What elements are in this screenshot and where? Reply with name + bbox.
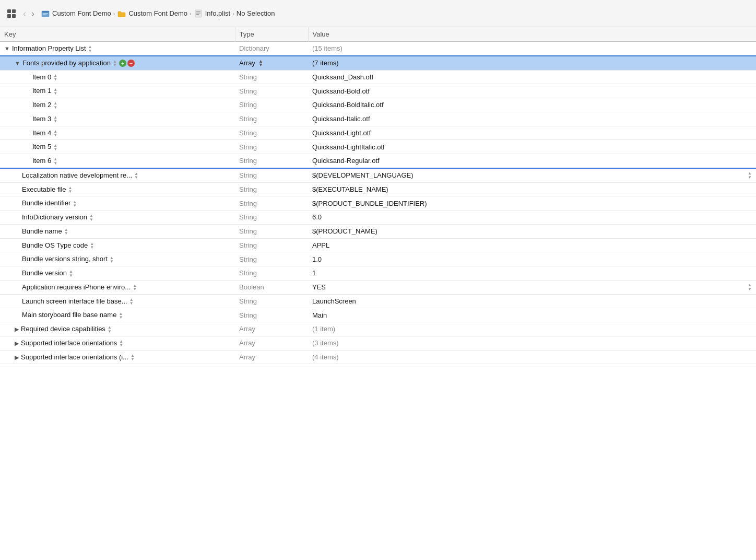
key-text: Item 2: [32, 101, 51, 109]
key-stepper-arrows[interactable]: ▲▼: [53, 88, 57, 95]
table-row[interactable]: Required device capabilities▲▼Array(1 it…: [0, 322, 756, 336]
table-row[interactable]: Localization native development re...▲▼S…: [0, 168, 756, 182]
svg-rect-3: [12, 14, 16, 18]
breadcrumb-project-label[interactable]: Custom Font Demo: [52, 9, 111, 17]
key-cell: Supported interface orientations▲▼: [0, 336, 235, 350]
table-row[interactable]: Launch screen interface file base...▲▼St…: [0, 294, 756, 308]
table-row[interactable]: Item 4▲▼StringQuicksand-Light.otf: [0, 126, 756, 140]
table-row[interactable]: Fonts provided by application▲▼ + − Arra…: [0, 56, 756, 70]
disclosure-triangle[interactable]: [4, 45, 10, 52]
key-stepper-arrows[interactable]: ▲▼: [53, 74, 57, 81]
value-stepper-arrows[interactable]: ▲▼: [748, 171, 752, 179]
key-stepper-arrows[interactable]: ▲▼: [53, 115, 57, 123]
key-stepper-arrows[interactable]: ▲▼: [73, 200, 77, 207]
key-text: Information Property List: [12, 44, 86, 52]
breadcrumb-plist-label[interactable]: Info.plist: [205, 9, 230, 17]
table-row[interactable]: Bundle name▲▼String$(PRODUCT_NAME): [0, 224, 756, 238]
svg-rect-2: [7, 14, 11, 18]
table-row[interactable]: Application requires iPhone enviro...▲▼B…: [0, 280, 756, 294]
folder-icon: [117, 9, 126, 18]
table-row[interactable]: Bundle versions string, short▲▼String1.0: [0, 252, 756, 266]
table-row[interactable]: Item 2▲▼StringQuicksand-BoldItalic.otf: [0, 98, 756, 112]
type-cell: String: [235, 112, 308, 126]
key-text: Bundle identifier: [22, 199, 70, 207]
key-stepper-arrows[interactable]: ▲▼: [129, 298, 134, 305]
key-stepper-arrows[interactable]: ▲▼: [53, 144, 57, 151]
type-cell: Dictionary: [235, 42, 308, 56]
key-stepper-arrows[interactable]: ▲▼: [69, 270, 73, 277]
key-stepper-arrows[interactable]: ▲▼: [88, 45, 92, 52]
key-stepper-arrows[interactable]: ▲▼: [89, 214, 93, 221]
value-cell: Quicksand-Bold.otf: [308, 84, 756, 98]
table-row[interactable]: Supported interface orientations (i...▲▼…: [0, 350, 756, 364]
key-stepper-arrows[interactable]: ▲▼: [53, 101, 57, 109]
value-cell: $(PRODUCT_BUNDLE_IDENTIFIER): [308, 196, 756, 211]
key-cell: Supported interface orientations (i...▲▼: [0, 350, 235, 364]
table-row[interactable]: Bundle identifier▲▼String$(PRODUCT_BUNDL…: [0, 196, 756, 211]
value-cell: Quicksand-LightItalic.otf: [308, 140, 756, 154]
type-sort-arrows[interactable]: ▲▼: [258, 60, 263, 67]
add-item-button[interactable]: +: [119, 60, 126, 67]
key-stepper-arrows[interactable]: ▲▼: [53, 130, 57, 137]
remove-item-button[interactable]: −: [127, 60, 135, 67]
table-row[interactable]: Item 0▲▼StringQuicksand_Dash.otf: [0, 70, 756, 84]
type-cell: String: [235, 70, 308, 84]
disclosure-triangle[interactable]: [15, 340, 19, 347]
table-row[interactable]: Supported interface orientations▲▼Array(…: [0, 336, 756, 350]
table-row[interactable]: Main storyboard file base name▲▼StringMa…: [0, 308, 756, 322]
forward-button[interactable]: ›: [29, 8, 37, 19]
header-value: Value: [308, 27, 756, 42]
key-stepper-arrows[interactable]: ▲▼: [131, 354, 135, 361]
table-row[interactable]: Bundle version▲▼String1: [0, 266, 756, 281]
table-row[interactable]: Item 5▲▼StringQuicksand-LightItalic.otf: [0, 140, 756, 154]
key-text: Launch screen interface file base...: [22, 297, 127, 305]
toolbar: ‹ › Custom Font Demo › Custom Font Demo …: [0, 0, 756, 27]
key-stepper-arrows[interactable]: ▲▼: [90, 242, 94, 249]
disclosure-triangle[interactable]: [15, 60, 20, 66]
key-text: Bundle versions string, short: [22, 255, 108, 263]
key-stepper-arrows[interactable]: ▲▼: [110, 256, 114, 263]
key-stepper-arrows[interactable]: ▲▼: [119, 340, 123, 347]
key-stepper-arrows[interactable]: ▲▼: [133, 284, 137, 291]
key-text: InfoDictionary version: [22, 213, 87, 221]
value-cell: Main: [308, 308, 756, 322]
row-action-buttons[interactable]: + −: [119, 60, 135, 67]
grid-icon[interactable]: [6, 8, 17, 19]
key-cell: Required device capabilities▲▼: [0, 322, 235, 336]
key-cell: Bundle OS Type code▲▼: [0, 238, 235, 252]
key-stepper-arrows[interactable]: ▲▼: [134, 172, 138, 179]
table-row[interactable]: Item 3▲▼StringQuicksand-Italic.otf: [0, 112, 756, 126]
key-cell: Bundle identifier▲▼: [0, 196, 235, 211]
key-stepper-arrows[interactable]: ▲▼: [53, 157, 57, 165]
value-stepper-arrows[interactable]: ▲▼: [748, 283, 752, 290]
table-row[interactable]: Item 1▲▼StringQuicksand-Bold.otf: [0, 84, 756, 98]
key-text: Item 5: [32, 143, 51, 150]
type-cell: String: [235, 182, 308, 196]
value-cell: YES▲▼: [308, 280, 756, 294]
key-cell: InfoDictionary version▲▼: [0, 211, 235, 225]
type-cell: String: [235, 84, 308, 98]
table-row[interactable]: InfoDictionary version▲▼String6.0: [0, 211, 756, 225]
value-cell: (4 items): [308, 350, 756, 364]
disclosure-triangle[interactable]: [15, 354, 19, 361]
table-row[interactable]: Information Property List▲▼Dictionary(15…: [0, 42, 756, 56]
key-stepper-arrows[interactable]: ▲▼: [108, 325, 112, 333]
key-stepper-arrows[interactable]: ▲▼: [113, 60, 117, 67]
value-cell: 1.0: [308, 252, 756, 266]
breadcrumb-selection-label[interactable]: No Selection: [237, 9, 275, 17]
key-stepper[interactable]: ▲▼: [111, 59, 117, 67]
value-cell: 6.0: [308, 211, 756, 225]
key-stepper-arrows[interactable]: ▲▼: [68, 186, 73, 193]
table-row[interactable]: Bundle OS Type code▲▼StringAPPL: [0, 238, 756, 252]
breadcrumb-folder-label[interactable]: Custom Font Demo: [128, 9, 187, 17]
disclosure-triangle[interactable]: [15, 326, 19, 333]
type-cell: String: [235, 294, 308, 308]
type-cell: String: [235, 211, 308, 225]
breadcrumb-sep-3: ›: [232, 10, 234, 17]
plist-icon: [194, 9, 203, 18]
table-row[interactable]: Executable file▲▼String$(EXECUTABLE_NAME…: [0, 182, 756, 196]
key-stepper-arrows[interactable]: ▲▼: [119, 312, 123, 319]
back-button[interactable]: ‹: [21, 8, 28, 19]
key-stepper-arrows[interactable]: ▲▼: [64, 228, 68, 235]
table-row[interactable]: Item 6▲▼StringQuicksand-Regular.otf: [0, 154, 756, 168]
